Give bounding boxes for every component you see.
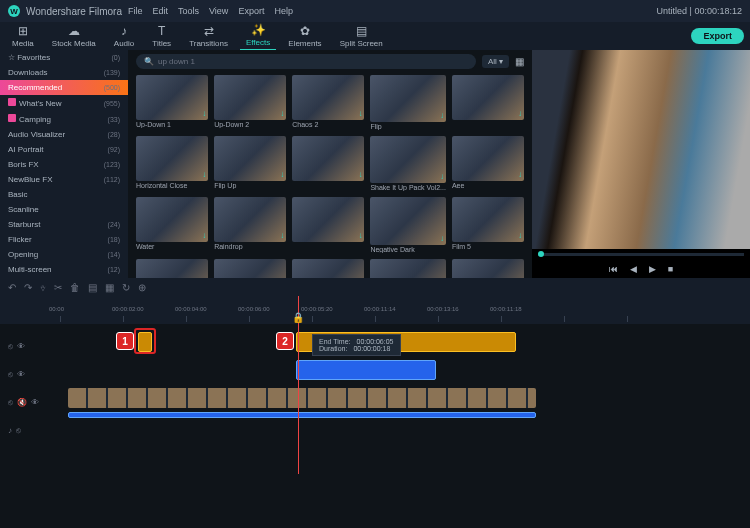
effect-item[interactable]: Flip Up <box>214 136 286 191</box>
tab-transitions[interactable]: ⇄Transitions <box>183 22 234 50</box>
menu-edit[interactable]: Edit <box>152 6 168 16</box>
effect-item[interactable]: Flip <box>370 75 446 130</box>
effect-item[interactable]: Horizontal Close <box>136 136 208 191</box>
insert-icon[interactable]: ⎀ <box>40 282 46 293</box>
stop-button[interactable]: ■ <box>668 264 673 274</box>
effect-thumb <box>136 197 208 242</box>
sidebar-item[interactable]: NewBlue FX(112) <box>0 172 128 187</box>
menu-tools[interactable]: Tools <box>178 6 199 16</box>
track-audio[interactable]: ♪⎋ <box>0 418 750 442</box>
menu-help[interactable]: Help <box>274 6 293 16</box>
effect-item[interactable] <box>370 259 446 278</box>
effect-item[interactable]: Up-Down 2 <box>214 75 286 130</box>
sidebar-item[interactable]: AI Portrait(92) <box>0 142 128 157</box>
eye-icon[interactable]: 👁 <box>31 398 39 407</box>
split-icon[interactable]: ✂ <box>54 282 62 293</box>
overlay-clip[interactable] <box>296 360 436 380</box>
redo-icon[interactable]: ↷ <box>24 282 32 293</box>
menu-export[interactable]: Export <box>238 6 264 16</box>
effect-item[interactable] <box>292 197 364 252</box>
filter-dropdown[interactable]: All ▾ <box>482 55 509 68</box>
effect-item[interactable] <box>214 259 286 278</box>
effect-item[interactable] <box>292 136 364 191</box>
prev-frame-button[interactable]: ⏮ <box>609 264 618 274</box>
eye-icon[interactable]: 👁 <box>17 370 25 379</box>
search-input[interactable]: 🔍up down 1 <box>136 54 476 69</box>
sidebar-item[interactable]: Camping(33) <box>0 111 128 127</box>
add-icon[interactable]: ⊕ <box>138 282 146 293</box>
effect-thumb <box>136 75 208 120</box>
effect-item[interactable]: Raindrop <box>214 197 286 252</box>
clip-tooltip: End Time:00:00:06:05 Duration:00:00:00:1… <box>312 334 401 356</box>
timeline-ruler[interactable]: 00:0000:00:02:0000:00:04:0000:00:06:0000… <box>0 296 750 324</box>
sidebar-item[interactable]: Audio Visualizer(28) <box>0 127 128 142</box>
play-button[interactable]: ▶ <box>649 264 656 274</box>
sidebar-favorites[interactable]: ☆ Favorites(0) <box>0 50 128 65</box>
effect-thumb <box>292 259 364 278</box>
tab-elements[interactable]: ✿Elements <box>282 22 327 50</box>
export-button[interactable]: Export <box>691 28 744 44</box>
tab-titles[interactable]: TTitles <box>146 22 177 50</box>
effect-item[interactable]: Shake It Up Pack Vol2... <box>370 136 446 191</box>
tooltip-dur-label: Duration: <box>319 345 347 352</box>
music-icon: ♪ <box>8 426 12 435</box>
delete-icon[interactable]: 🗑 <box>70 282 80 293</box>
menu-file[interactable]: File <box>128 6 143 16</box>
undo-icon[interactable]: ↶ <box>8 282 16 293</box>
effect-item[interactable] <box>452 259 524 278</box>
step-back-button[interactable]: ◀ <box>630 264 637 274</box>
sidebar-item[interactable]: Boris FX(123) <box>0 157 128 172</box>
effect-item[interactable]: Water <box>136 197 208 252</box>
effect-item[interactable]: Chaos 2 <box>292 75 364 130</box>
timeline-toolbar: ↶ ↷ ⎀ ✂ 🗑 ▤ ▦ ↻ ⊕ <box>0 278 750 296</box>
layout-icon[interactable]: ▦ <box>105 282 114 293</box>
effect-item[interactable] <box>292 259 364 278</box>
timeline-tracks: ⎋👁 ⎋👁 ⎋🔇👁 ♪⎋ 1 2 End Time:00:00:06:05 Du… <box>0 324 750 452</box>
effect-thumb <box>370 259 446 278</box>
sidebar-item[interactable]: Scanline <box>0 202 128 217</box>
video-clip[interactable] <box>68 388 536 408</box>
tab-stock[interactable]: ☁Stock Media <box>46 22 102 50</box>
grid-view-icon[interactable]: ▦ <box>515 56 524 67</box>
effect-item[interactable]: Film 5 <box>452 197 524 252</box>
tab-audio[interactable]: ♪Audio <box>108 22 140 50</box>
speed-icon[interactable]: ↻ <box>122 282 130 293</box>
annotation-arrow <box>310 0 450 2</box>
effect-label: Aee <box>452 182 524 189</box>
tab-media[interactable]: ⊞Media <box>6 22 40 50</box>
sidebar-item[interactable]: Starburst(24) <box>0 217 128 232</box>
sidebar-item[interactable]: Opening(14) <box>0 247 128 262</box>
sidebar-item[interactable]: What's New(955) <box>0 95 128 111</box>
sidebar-item[interactable]: Multi-screen(12) <box>0 262 128 277</box>
tab-split[interactable]: ▤Split Screen <box>334 22 389 50</box>
preview-panel: ⏮ ◀ ▶ ■ <box>532 50 750 278</box>
crop-icon[interactable]: ▤ <box>88 282 97 293</box>
preview-seekbar[interactable] <box>538 253 744 256</box>
annotation-marker-1: 1 <box>116 332 134 350</box>
effects-sidebar: ☆ Favorites(0) Downloads(139)Recommended… <box>0 50 128 278</box>
effect-item[interactable] <box>136 259 208 278</box>
effect-item[interactable]: Negative Dark <box>370 197 446 252</box>
effect-item[interactable]: Up-Down 1 <box>136 75 208 130</box>
sidebar-item[interactable]: Downloads(139) <box>0 65 128 80</box>
effect-label: Horizontal Close <box>136 182 208 189</box>
mute-icon[interactable]: 🔇 <box>17 398 27 407</box>
lock-icon[interactable]: ⎋ <box>8 398 13 407</box>
media-icon: ⊞ <box>18 24 28 38</box>
lock-icon[interactable]: ⎋ <box>16 426 21 435</box>
eye-icon[interactable]: 👁 <box>17 342 25 351</box>
sidebar-item[interactable]: Flicker(18) <box>0 232 128 247</box>
sidebar-item[interactable]: Basic <box>0 187 128 202</box>
audio-clip[interactable] <box>68 412 536 418</box>
tab-effects[interactable]: ✨Effects <box>240 21 276 51</box>
sidebar-item[interactable]: Recommended(500) <box>0 80 128 95</box>
lock-icon[interactable]: ⎋ <box>8 370 13 379</box>
transitions-icon: ⇄ <box>204 24 214 38</box>
lock-icon[interactable]: ⎋ <box>8 342 13 351</box>
effects-icon: ✨ <box>251 23 266 37</box>
effect-item[interactable] <box>452 75 524 130</box>
preview-viewport[interactable] <box>532 50 750 249</box>
playhead[interactable] <box>298 296 299 474</box>
menu-view[interactable]: View <box>209 6 228 16</box>
effect-item[interactable]: Aee <box>452 136 524 191</box>
